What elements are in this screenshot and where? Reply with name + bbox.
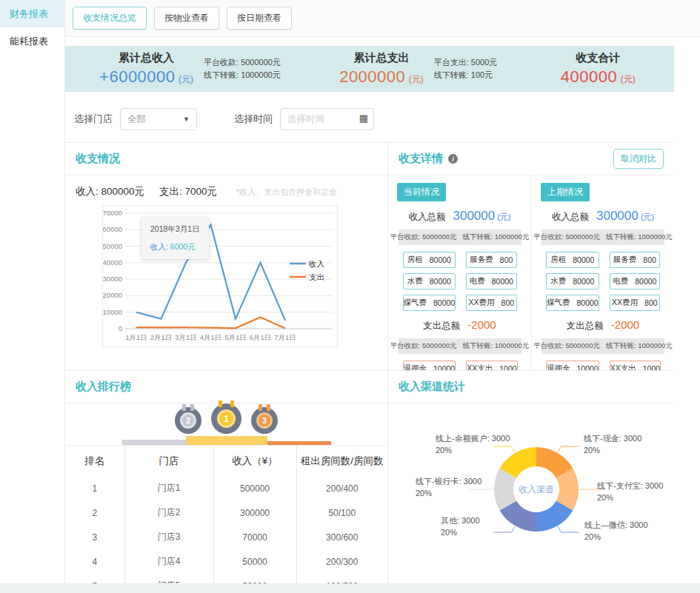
svg-text:5月1日: 5月1日: [224, 333, 247, 341]
overview-expense-stat: 支出: 7000元: [159, 185, 217, 198]
bottom-strip: [0, 583, 700, 593]
expense-item-box: XX支出1000: [610, 361, 661, 370]
table-header-cell: 排名: [65, 446, 124, 476]
income-item-box: 煤气费80000: [403, 295, 456, 311]
svg-text:60000: 60000: [103, 225, 122, 233]
summary-income-detail-offline: 线下转账: 1000000元: [204, 69, 281, 81]
table-header-cell: 门店: [124, 446, 213, 476]
line-chart-container: 0100002000030000400005000060000700001月1日…: [102, 205, 338, 347]
summary-net-unit: (元): [621, 74, 636, 84]
channels-panel-title: 收入渠道统计: [399, 380, 465, 394]
expense-items-grid: 退押金10000XX支出1000: [403, 361, 517, 370]
store-select[interactable]: 全部 ▼: [120, 108, 197, 130]
previous-period-column: 上期情况 收入总额300000(元) 平台收款: 5000000元 线下转账: …: [531, 175, 674, 370]
donut-label: 线上—微信: 300020%: [584, 520, 648, 543]
svg-text:6月1日: 6月1日: [250, 333, 272, 341]
previous-period-badge: 上期情况: [541, 183, 590, 201]
donut-chart-container: 收入渠道 线下-现金: 300020%线下-支付宝: 300020%线上—微信:…: [388, 403, 674, 589]
table-row: 4门店450000200/300: [65, 549, 387, 574]
ranking-table: 排名门店收入（¥）租出房间数/房间数 1门店1500000200/4002门店2…: [65, 446, 387, 590]
donut-label: 线下-银行卡: 300020%: [416, 476, 481, 500]
income-item-box: 服务费800: [466, 252, 516, 268]
silver-medal-icon: 2: [175, 407, 201, 434]
expense-source-bar: 平台收款: 5000000元 线下转账: 1000000元: [541, 338, 664, 354]
income-item-box: XX费用800: [466, 295, 516, 311]
table-row: 3门店370000300/600: [65, 525, 387, 549]
svg-text:70000: 70000: [103, 209, 122, 217]
filter-row: 选择门店 全部 ▼ 选择时间 ▦: [65, 108, 674, 130]
tab-income-expense-overview[interactable]: 收支情况总览: [73, 7, 147, 30]
svg-text:30000: 30000: [103, 275, 122, 283]
income-ranking-panel: 收入排行榜 2 1 3: [65, 370, 387, 590]
sidebar-item-energy-report[interactable]: 能耗报表: [0, 27, 64, 55]
tab-view-by-date[interactable]: 按日期查看: [227, 7, 292, 30]
chevron-down-icon: ▼: [183, 115, 190, 123]
bronze-podium-bar: [267, 441, 331, 445]
income-item-box: 水费80000: [546, 273, 599, 289]
table-header-row: 排名门店收入（¥）租出房间数/房间数: [65, 446, 387, 476]
expense-item-box: 退押金10000: [403, 361, 456, 370]
tab-view-by-property[interactable]: 按物业查看: [154, 7, 219, 30]
income-expense-overview-panel: 收支情况 收入: 800000元 支出: 7000元 *收入、支出包含押金和定金…: [65, 143, 387, 370]
expense-source-bar: 平台收款: 5000000元 线下转账: 1000000元: [399, 338, 521, 354]
income-item-box: 服务费800: [610, 252, 660, 268]
expense-total-value: -2000: [467, 318, 496, 331]
svg-text:3月1日: 3月1日: [175, 333, 197, 341]
income-total-value: 300000: [453, 209, 495, 223]
calendar-icon[interactable]: ▦: [359, 113, 368, 123]
content: 累计总收入 +6000000 (元) 平台收款: 5000000元 线下转账: …: [65, 46, 674, 591]
summary-expense-title: 累计总支出: [339, 51, 424, 65]
table-row: 2门店230000050/100: [65, 500, 387, 525]
expense-item-box: XX支出1000: [466, 361, 517, 370]
income-items-grid: 房租80000服务费800水费80000电费80000煤气费80000XX费用8…: [403, 252, 517, 311]
donut-label: 线下-现金: 300020%: [584, 433, 641, 457]
svg-text:10000: 10000: [103, 308, 122, 316]
overview-note: *收入、支出包含押金和定金: [236, 187, 337, 198]
income-expense-line-chart: 0100002000030000400005000060000700001月1日…: [103, 206, 337, 346]
expense-total-value: -2000: [611, 318, 639, 331]
svg-text:7月1日: 7月1日: [274, 333, 296, 341]
income-total-label: 收入总额: [408, 212, 445, 222]
table-header-cell: 租出房间数/房间数: [296, 446, 387, 476]
app: 财务报表 能耗报表 收支情况总览 按物业查看 按日期查看 累计总收入 +6000…: [0, 0, 700, 583]
income-channels-panel: 收入渠道统计 收入渠道 线下-现金: 300020%线下-支付宝: 300020…: [387, 370, 674, 590]
sidebar: 财务报表 能耗报表: [0, 0, 65, 583]
cancel-compare-button[interactable]: 取消对比: [613, 149, 664, 169]
summary-income-unit: (元): [179, 74, 193, 84]
income-total-unit: (元): [497, 212, 510, 221]
details-panel-title: 收支详情: [399, 152, 443, 166]
svg-text:支出: 支出: [309, 272, 324, 281]
ranking-table-body: 1门店1500000200/4002门店230000050/1003门店3700…: [65, 476, 387, 590]
summary-expense-value: 2000000: [339, 67, 405, 86]
panels-grid: 收支情况 收入: 800000元 支出: 7000元 *收入、支出包含押金和定金…: [65, 142, 674, 591]
income-item-box: 电费80000: [466, 273, 516, 289]
sidebar-item-financial-report[interactable]: 财务报表: [0, 0, 64, 27]
summary-bar: 累计总收入 +6000000 (元) 平台收款: 5000000元 线下转账: …: [65, 46, 674, 92]
table-header-cell: 收入（¥）: [213, 446, 296, 476]
income-item-box: 煤气费80000: [546, 295, 599, 311]
table-row: 1门店1500000200/400: [65, 476, 387, 500]
info-icon[interactable]: i: [448, 154, 458, 164]
income-items-grid: 房租80000服务费800水费80000电费80000煤气费80000XX费用8…: [546, 252, 660, 311]
gold-medal-icon: 1: [211, 403, 241, 434]
summary-income-detail-platform: 平台收款: 5000000元: [204, 56, 281, 69]
store-filter-label: 选择门店: [74, 113, 113, 126]
expense-item-box: 退押金10000: [546, 361, 599, 370]
bronze-medal-icon: 3: [251, 407, 278, 434]
overview-panel-title: 收支情况: [76, 152, 120, 166]
medal-zone: 2 1 3: [65, 403, 387, 446]
tooltip-label: 收入:: [150, 242, 170, 251]
donut-label: 其他: 300020%: [441, 515, 480, 539]
top-toolbar: 收支情况总览 按物业查看 按日期查看: [65, 0, 700, 37]
expense-total-label: 支出总额: [567, 321, 604, 331]
income-source-bar: 平台收款: 5000000元 线下转账: 1000000元: [541, 230, 664, 245]
current-period-column: 当前情况 收入总额300000(元) 平台收款: 5000000元 线下转账: …: [388, 175, 531, 370]
income-source-bar: 平台收款: 5000000元 线下转账: 1000000元: [399, 230, 521, 245]
income-item-box: 水费80000: [403, 273, 456, 289]
svg-text:1月1日: 1月1日: [125, 333, 147, 341]
income-item-box: 房租80000: [546, 252, 599, 268]
svg-text:2月1日: 2月1日: [150, 333, 173, 341]
ranking-panel-title: 收入排行榜: [76, 380, 131, 394]
main-area: 收支情况总览 按物业查看 按日期查看 累计总收入 +6000000 (元) 平台…: [65, 0, 700, 583]
tooltip-value: 6000元: [170, 242, 196, 251]
